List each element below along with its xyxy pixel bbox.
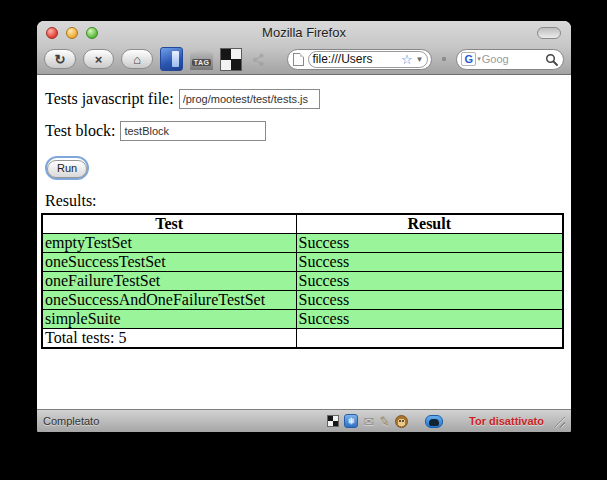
home-icon: ⌂ [133,52,141,65]
window-header: Mozilla Firefox ↻ × ⌂ TAG file:///Users [37,21,571,75]
minimize-window-button[interactable] [66,27,78,39]
status-bar: Completato ❄ ✉ ✎ Tor disattivato [37,409,571,432]
checkerboard-status-icon[interactable] [327,415,339,427]
resize-grip[interactable] [552,415,565,428]
sidebar-panel-icon[interactable] [160,47,183,71]
results-label: Results: [45,192,563,210]
window-title: Mozilla Firefox [262,25,346,40]
file-label: Tests javascript file: [45,90,174,108]
results-table: Test Result emptyTestSet Success oneSucc… [41,213,564,349]
search-engine-dropdown-icon[interactable]: ▾ [477,55,481,63]
run-button-focus-ring: Run [45,156,89,180]
file-input[interactable] [179,89,320,109]
url-dropdown-icon[interactable]: ▼ [416,55,424,64]
proxy-status-icon[interactable] [425,415,443,428]
checkerboard-icon[interactable] [220,48,242,71]
statusbar-extension-icons: ❄ ✉ ✎ [327,414,443,428]
url-input[interactable]: file:///Users ☆ ▼ [308,51,429,68]
stop-button[interactable]: × [83,49,115,69]
cell-test: oneSuccessTestSet [42,253,296,272]
pencil-icon[interactable]: ✎ [378,414,391,429]
google-engine-icon[interactable]: G [461,52,476,66]
footer-empty-cell [296,329,563,349]
table-row: oneSuccessTestSet Success [42,253,563,272]
tag-icon[interactable]: TAG [190,48,213,70]
cell-test: emptyTestSet [42,234,296,253]
cell-test: oneSuccessAndOneFailureTestSet [42,291,296,310]
search-input-text: Goog [482,53,545,65]
cell-test: simpleSuite [42,310,296,329]
cell-result: Success [296,291,563,310]
table-row: emptyTestSet Success [42,234,563,253]
title-bar[interactable]: Mozilla Firefox [37,21,571,44]
url-text: file:///Users [313,52,401,66]
home-button[interactable]: ⌂ [121,49,153,69]
reload-button[interactable]: ↻ [44,49,76,69]
toolbar-toggle-button[interactable] [537,27,561,39]
cell-result: Success [296,253,563,272]
zoom-window-button[interactable] [86,27,98,39]
reload-icon: ↻ [54,52,65,65]
magnifier-icon[interactable] [545,53,558,66]
close-window-button[interactable] [46,27,58,39]
table-header-row: Test Result [42,214,563,234]
cell-result: Success [296,234,563,253]
cell-result: Success [296,310,563,329]
results-table-body: emptyTestSet Success oneSuccessTestSet S… [42,234,563,329]
block-form-row: Test block: [45,121,563,141]
browser-window: Mozilla Firefox ↻ × ⌂ TAG file:///Users [37,21,571,432]
status-text: Completato [43,415,99,427]
search-box[interactable]: G ▾ Goog [456,49,564,70]
run-button[interactable]: Run [47,160,87,178]
cell-test: oneFailureTestSet [42,272,296,291]
stop-icon: × [95,52,103,65]
navigation-toolbar: ↻ × ⌂ TAG file:///Users ☆ ▼ [37,44,571,74]
snowflake-icon[interactable]: ❄ [344,414,358,428]
share-link-icon [251,52,265,67]
table-row: oneFailureTestSet Success [42,272,563,291]
file-form-row: Tests javascript file: [45,89,563,109]
total-tests-cell: Total tests: 5 [42,329,296,349]
table-row: simpleSuite Success [42,310,563,329]
toolbar-splitter[interactable] [442,57,446,61]
header-test: Test [42,214,296,234]
table-footer-row: Total tests: 5 [42,329,563,349]
bookmark-star-icon[interactable]: ☆ [401,53,413,66]
mail-icon[interactable]: ✉ [363,415,374,428]
tor-status-text[interactable]: Tor disattivato [469,415,544,427]
table-row: oneSuccessAndOneFailureTestSet Success [42,291,563,310]
block-input[interactable] [120,121,266,141]
tag-icon-label: TAG [192,59,212,66]
page-content: Tests javascript file: Test block: Run R… [37,75,571,409]
block-label: Test block: [45,122,115,140]
greasemonkey-icon[interactable] [395,415,408,428]
url-bar[interactable]: file:///Users ☆ ▼ [287,49,433,70]
traffic-lights [46,27,98,39]
header-result: Result [296,214,563,234]
page-favicon [293,53,304,66]
cell-result: Success [296,272,563,291]
